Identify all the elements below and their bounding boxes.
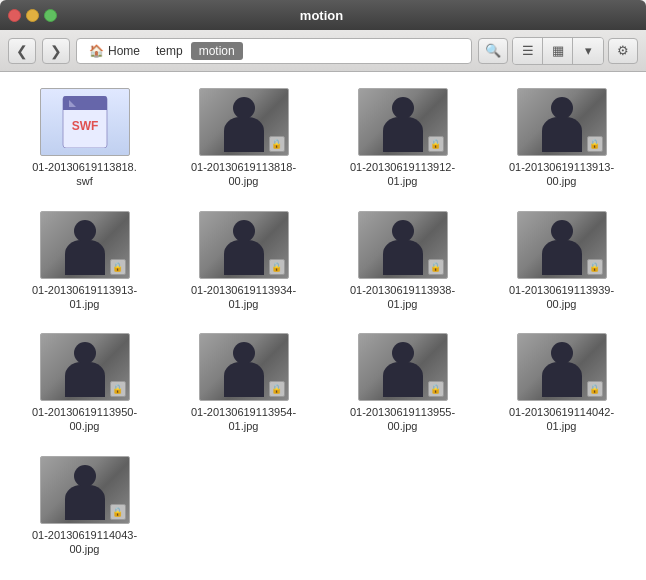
file-name: 01-20130619114042-01.jpg xyxy=(507,405,617,434)
lock-icon: 🔒 xyxy=(269,136,285,152)
list-item[interactable]: 🔒 01-20130619113913-00.jpg xyxy=(487,82,636,195)
file-name: 01-20130619113955-00.jpg xyxy=(348,405,458,434)
file-thumbnail: 🔒 xyxy=(199,333,289,401)
close-button[interactable] xyxy=(8,9,21,22)
settings-icon: ⚙ xyxy=(617,43,629,58)
file-thumbnail: 🔒 xyxy=(517,211,607,279)
grid-view-icon: ▦ xyxy=(552,43,564,58)
list-view-button[interactable]: ☰ xyxy=(513,38,543,64)
list-item[interactable]: 🔒 01-20130619113954-01.jpg xyxy=(169,327,318,440)
file-thumbnail: 🔒 xyxy=(358,88,448,156)
file-thumbnail: 🔒 xyxy=(199,211,289,279)
home-icon: 🏠 xyxy=(89,44,104,58)
breadcrumb: 🏠 Home temp motion xyxy=(76,38,472,64)
file-thumbnail: 🔒 xyxy=(517,88,607,156)
title-bar: motion xyxy=(0,0,646,30)
dropdown-icon: ▾ xyxy=(585,43,592,58)
toolbar: ❮ ❯ 🏠 Home temp motion 🔍 ☰ ▦ ▾ xyxy=(0,30,646,72)
breadcrumb-temp-label: temp xyxy=(156,44,183,58)
view-dropdown-button[interactable]: ▾ xyxy=(573,38,603,64)
file-thumbnail: 🔒 xyxy=(517,333,607,401)
settings-button[interactable]: ⚙ xyxy=(608,38,638,64)
file-name: 01-20130619113934-01.jpg xyxy=(189,283,299,312)
lock-icon: 🔒 xyxy=(269,381,285,397)
list-view-icon: ☰ xyxy=(522,43,534,58)
window-title: motion xyxy=(65,8,578,23)
lock-icon: 🔒 xyxy=(587,136,603,152)
file-grid: SWF 01-20130619113818.swf 🔒 01-201306191… xyxy=(10,82,636,562)
lock-icon: 🔒 xyxy=(428,259,444,275)
list-item[interactable]: SWF 01-20130619113818.swf xyxy=(10,82,159,195)
file-name: 01-20130619114043-00.jpg xyxy=(30,528,140,557)
list-item[interactable]: 🔒 01-20130619113934-01.jpg xyxy=(169,205,318,318)
minimize-button[interactable] xyxy=(26,9,39,22)
list-item[interactable]: 🔒 01-20130619113938-01.jpg xyxy=(328,205,477,318)
file-name: 01-20130619113818-00.jpg xyxy=(189,160,299,189)
list-item[interactable]: 🔒 01-20130619113955-00.jpg xyxy=(328,327,477,440)
grid-view-button[interactable]: ▦ xyxy=(543,38,573,64)
file-thumbnail: 🔒 xyxy=(358,333,448,401)
lock-icon: 🔒 xyxy=(110,504,126,520)
file-name: 01-20130619113954-01.jpg xyxy=(189,405,299,434)
svg-text:SWF: SWF xyxy=(71,119,98,133)
lock-icon: 🔒 xyxy=(587,381,603,397)
breadcrumb-motion-label: motion xyxy=(199,44,235,58)
lock-icon: 🔒 xyxy=(428,381,444,397)
lock-icon: 🔒 xyxy=(587,259,603,275)
breadcrumb-motion[interactable]: motion xyxy=(191,42,243,60)
file-name: 01-20130619113939-00.jpg xyxy=(507,283,617,312)
file-name: 01-20130619113913-01.jpg xyxy=(30,283,140,312)
file-name: 01-20130619113913-00.jpg xyxy=(507,160,617,189)
file-thumbnail: 🔒 xyxy=(358,211,448,279)
lock-icon: 🔒 xyxy=(269,259,285,275)
list-item[interactable]: 🔒 01-20130619113912-01.jpg xyxy=(328,82,477,195)
svg-rect-2 xyxy=(63,107,107,110)
toolbar-right: 🔍 ☰ ▦ ▾ ⚙ xyxy=(478,37,638,65)
file-thumbnail: 🔒 xyxy=(40,211,130,279)
lock-icon: 🔒 xyxy=(110,259,126,275)
breadcrumb-temp[interactable]: temp xyxy=(148,42,191,60)
file-name: 01-20130619113950-00.jpg xyxy=(30,405,140,434)
file-thumbnail: 🔒 xyxy=(40,456,130,524)
breadcrumb-home[interactable]: 🏠 Home xyxy=(81,42,148,60)
file-thumbnail: SWF xyxy=(40,88,130,156)
back-button[interactable]: ❮ xyxy=(8,38,36,64)
view-toggle-group: ☰ ▦ ▾ xyxy=(512,37,604,65)
search-button[interactable]: 🔍 xyxy=(478,38,508,64)
search-icon: 🔍 xyxy=(485,43,501,58)
file-thumbnail: 🔒 xyxy=(199,88,289,156)
window-controls xyxy=(8,9,57,22)
file-name: 01-20130619113912-01.jpg xyxy=(348,160,458,189)
list-item[interactable]: 🔒 01-20130619113818-00.jpg xyxy=(169,82,318,195)
list-item[interactable]: 🔒 01-20130619114042-01.jpg xyxy=(487,327,636,440)
breadcrumb-home-label: Home xyxy=(108,44,140,58)
lock-icon: 🔒 xyxy=(428,136,444,152)
list-item[interactable]: 🔒 01-20130619113950-00.jpg xyxy=(10,327,159,440)
list-item[interactable]: 🔒 01-20130619114043-00.jpg xyxy=(10,450,159,563)
list-item[interactable]: 🔒 01-20130619113939-00.jpg xyxy=(487,205,636,318)
file-area: SWF 01-20130619113818.swf 🔒 01-201306191… xyxy=(0,72,646,580)
file-name: 01-20130619113818.swf xyxy=(30,160,140,189)
list-item[interactable]: 🔒 01-20130619113913-01.jpg xyxy=(10,205,159,318)
lock-icon: 🔒 xyxy=(110,381,126,397)
file-name: 01-20130619113938-01.jpg xyxy=(348,283,458,312)
maximize-button[interactable] xyxy=(44,9,57,22)
forward-button[interactable]: ❯ xyxy=(42,38,70,64)
file-thumbnail: 🔒 xyxy=(40,333,130,401)
